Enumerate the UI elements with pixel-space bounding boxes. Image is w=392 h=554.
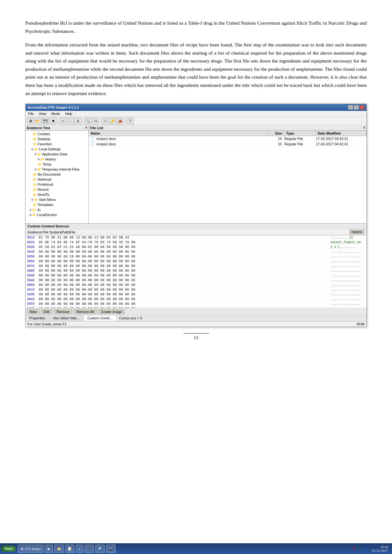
tree-label: Application Data bbox=[42, 152, 67, 156]
expand-icon: ⊞ bbox=[29, 208, 32, 211]
tree-item-local-settings[interactable]: ⊞ 📁 Local Settings bbox=[26, 147, 88, 152]
custom-content-sources-bar: Custom Content Sources bbox=[26, 224, 366, 229]
hex-ascii: 1 o·(........ bbox=[330, 245, 365, 250]
col-header-type[interactable]: Type bbox=[284, 131, 316, 136]
folder-icon: 📁 bbox=[34, 147, 38, 151]
toolbar-help[interactable]: ? bbox=[127, 117, 134, 124]
toolbar-goto[interactable]: ⇒ bbox=[92, 117, 99, 124]
menu-mode[interactable]: Mode bbox=[50, 111, 61, 116]
ftk-imager-window: AccessData FTK Imager 4.1.1.1 ─ □ ✕ File… bbox=[25, 104, 367, 327]
folder-icon: 📁 bbox=[38, 162, 42, 166]
taskbar-item-browser[interactable]: ● bbox=[76, 545, 83, 553]
col-header-date[interactable]: Date Modified bbox=[316, 131, 366, 136]
hex-row-3050: 3050 00 00 00 00 00 C0 00 00-00 00 00 00… bbox=[26, 255, 366, 259]
col-header-size[interactable]: Size bbox=[268, 131, 284, 136]
tab-properties[interactable]: Properties bbox=[26, 316, 49, 321]
tree-item-nethood[interactable]: 📁 NetHood bbox=[26, 177, 88, 182]
ftk-menubar: File View Mode Help bbox=[26, 111, 366, 117]
close-button[interactable]: ✕ bbox=[359, 105, 365, 110]
taskbar-item-icon: 🎵 bbox=[87, 547, 91, 551]
folder-icon: 📁 bbox=[34, 197, 38, 202]
evidence-path-bar: Evidence:File System|Path|File Options bbox=[26, 229, 366, 235]
taskbar-item-image[interactable]: 🌊 bbox=[95, 545, 105, 553]
toolbar-open[interactable]: 📂 bbox=[34, 117, 41, 124]
tree-item-start-menu[interactable]: ⊞ 📁 Start Menu bbox=[26, 197, 88, 202]
toolbar-verify[interactable]: ✓ bbox=[102, 117, 109, 124]
file-icon-doc: 📄 bbox=[90, 142, 95, 146]
edit-button[interactable]: Edit bbox=[41, 309, 52, 314]
tree-item-localservice[interactable]: ⊞ 📁 LocalService bbox=[26, 212, 88, 217]
hex-row-30f0: 30f0 00 00 00 00 00 00 00 00-00 00 00 00… bbox=[26, 302, 366, 307]
taskbar-systray: ✕ X W bbox=[350, 546, 369, 551]
start-button[interactable]: Start bbox=[1, 546, 16, 552]
col-header-name[interactable]: Name bbox=[89, 131, 268, 136]
options-button[interactable]: Options bbox=[349, 230, 365, 234]
file-row-recipe1[interactable]: 📄 recipe1.docx 14 Regular File 17-02-201… bbox=[89, 136, 366, 142]
paragraph-1: Pseudoephedrine Hcl is under the surveil… bbox=[25, 19, 367, 35]
tree-item-temp[interactable]: 📁 Temp bbox=[26, 162, 88, 167]
toolbar-new[interactable]: 🖥 bbox=[27, 117, 34, 124]
menu-file[interactable]: File bbox=[27, 111, 35, 116]
tree-item-recent[interactable]: 📁 Recent bbox=[26, 187, 88, 192]
folder-icon: 📁 bbox=[33, 182, 37, 187]
tree-label: Recent bbox=[38, 188, 49, 191]
tree-label: Jo bbox=[37, 208, 41, 212]
file-icon-doc: 📄 bbox=[90, 136, 95, 141]
taskbar-item-doc[interactable]: 📝 bbox=[65, 545, 75, 553]
taskbar-item-play[interactable]: ▶ bbox=[45, 545, 53, 553]
clock-date: 01-31-2017 bbox=[372, 549, 388, 552]
tab-custom-content[interactable]: Custom Conte... bbox=[84, 316, 117, 321]
hex-bytes: 00 00 00 00 00 00 00 00-00 00 00 00 00 0… bbox=[39, 292, 329, 297]
page-number: 13 bbox=[194, 335, 198, 340]
hex-ascii: ·.........[C bbox=[330, 236, 365, 240]
tree-item-sendto[interactable]: 📁 SendTo bbox=[26, 192, 88, 197]
hex-row-30d0: 30d0 00 00 00 00 00 00 00 00-00 00 00 00… bbox=[26, 292, 366, 297]
tree-item-printhood[interactable]: 📁 PrintHood bbox=[26, 182, 88, 187]
taskbar-item-icon: 📁 bbox=[57, 547, 61, 551]
taskbar-item-folder[interactable]: 📁 bbox=[54, 545, 64, 553]
toolbar-remove[interactable]: - bbox=[67, 117, 74, 124]
toolbar-decrypt[interactable]: 🔑 bbox=[109, 117, 116, 124]
ftk-toolbar: 🖥 📂 💾 ✖ + - ℹ 🔍 ⇒ ✓ 🔑 📤 ? bbox=[26, 117, 366, 125]
tree-item-jo[interactable]: ⊞ 📁 Jo bbox=[26, 207, 88, 212]
toolbar-properties[interactable]: ℹ bbox=[75, 117, 81, 124]
create-image-button[interactable]: Create Image bbox=[98, 309, 125, 314]
taskbar-item-camera[interactable]: 📷 bbox=[106, 545, 116, 553]
hex-offset: 3070 bbox=[27, 264, 39, 268]
expand-icon: ⊞ bbox=[34, 168, 37, 171]
hex-ascii: ................ bbox=[330, 278, 365, 283]
taskbar-item-icon: 🖥 bbox=[21, 547, 24, 551]
toolbar-close[interactable]: ✖ bbox=[50, 117, 57, 124]
toolbar-export[interactable]: 📤 bbox=[117, 117, 124, 124]
file-list-columns: Name Size Type Date Modified bbox=[89, 131, 366, 136]
taskbar-clock[interactable]: 16:43 01-31-2017 bbox=[370, 545, 391, 552]
file-list-close[interactable]: × bbox=[363, 126, 365, 130]
tree-item-templates[interactable]: 📁 Templates bbox=[26, 202, 88, 207]
maximize-button[interactable]: □ bbox=[354, 105, 359, 110]
toolbar-search[interactable]: 🔍 bbox=[84, 117, 91, 124]
minimize-button[interactable]: ─ bbox=[348, 105, 353, 110]
taskbar-item-ftk[interactable]: 🖥 FTK Imager bbox=[18, 545, 44, 553]
toolbar-sep2 bbox=[83, 118, 83, 124]
menu-view[interactable]: View bbox=[38, 111, 48, 116]
toolbar-add[interactable]: + bbox=[59, 117, 66, 124]
tree-item-temp-internet[interactable]: ⊞ 📁 Temporary Internet Files bbox=[26, 167, 88, 172]
menu-help[interactable]: Help bbox=[64, 111, 74, 116]
hex-row-30b0: 30b0 00 00 00 00 00 00 00 00-00 00 00 00… bbox=[26, 283, 366, 288]
tab-hex-value[interactable]: Hex Value Inter... bbox=[49, 316, 84, 321]
tree-item-cookies[interactable]: 📁 Cookies bbox=[26, 131, 88, 136]
taskbar-item-media[interactable]: 🎵 bbox=[85, 545, 94, 553]
file-row-recipe2[interactable]: 📄 recipe2.docx 15 Regular File 17-02-201… bbox=[89, 142, 366, 147]
remove-all-button[interactable]: Remove All bbox=[74, 309, 97, 314]
tree-item-favorites[interactable]: 📁 Favorites bbox=[26, 142, 88, 147]
tree-item-my-documents[interactable]: 📁 My Documents bbox=[26, 172, 88, 177]
tree-item-app-data[interactable]: ⊞ 📁 Application Data bbox=[26, 152, 88, 157]
toolbar-save[interactable]: 💾 bbox=[42, 117, 49, 124]
file-type-recipe2: Regular File bbox=[284, 142, 316, 146]
hex-offset: 3030 bbox=[27, 245, 39, 250]
evidence-tree-close[interactable]: × bbox=[85, 126, 87, 130]
remove-button[interactable]: Remove bbox=[54, 309, 72, 314]
new-button[interactable]: New bbox=[27, 309, 39, 314]
tree-item-history[interactable]: ⊞ 📁 History bbox=[26, 157, 88, 162]
tree-item-desktop[interactable]: 📁 Desktop bbox=[26, 136, 88, 142]
